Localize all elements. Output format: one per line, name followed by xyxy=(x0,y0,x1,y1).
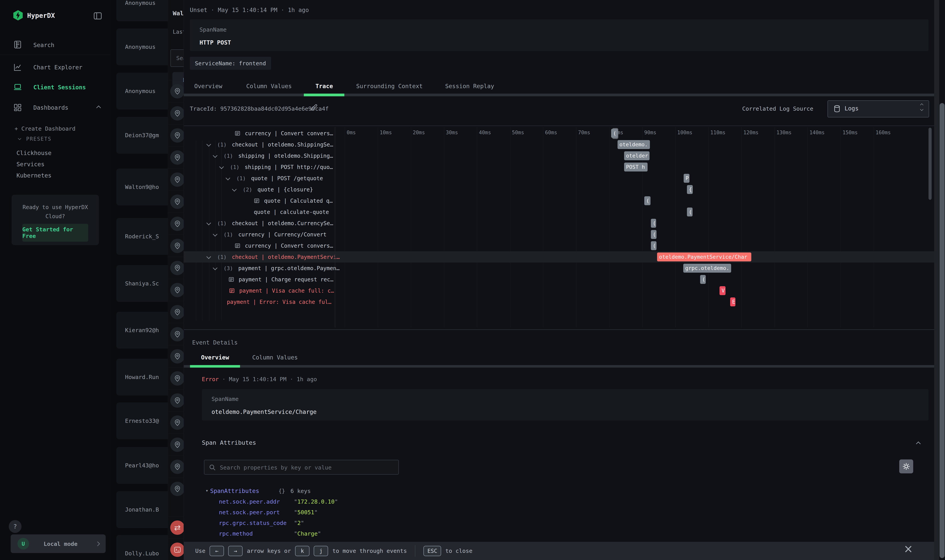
preset-services[interactable]: Services xyxy=(17,161,45,168)
sidebar-item-dashboards[interactable]: Dashboards xyxy=(33,104,68,111)
attributes-settings-button[interactable] xyxy=(899,459,913,473)
location-pin-icon[interactable] xyxy=(170,327,184,342)
location-pin-icon[interactable] xyxy=(170,371,184,386)
session-search-input[interactable]: Sea xyxy=(170,49,184,67)
span-bar[interactable]: ( xyxy=(700,275,706,284)
trace-row[interactable]: (1)checkout | oteldemo.ShippingSe…otelde… xyxy=(184,139,934,150)
service-name-chip[interactable]: ServiceName: frontend xyxy=(190,57,271,70)
location-pin-icon[interactable] xyxy=(170,482,184,496)
attribute-value[interactable]: "50051" xyxy=(294,509,318,515)
location-pin-icon[interactable] xyxy=(170,84,184,98)
session-card[interactable]: Roderick_S xyxy=(116,218,169,255)
location-pin-icon[interactable] xyxy=(170,349,184,363)
tab-overview[interactable]: Overview xyxy=(194,83,222,89)
attributes-root-row[interactable]: ▾ SpanAttributes {} 6 keys xyxy=(205,488,311,494)
attribute-key[interactable]: net.sock.peer.addr xyxy=(219,498,280,505)
span-bar[interactable]: oteldemo.PaymentService/Char xyxy=(657,252,751,262)
trace-row[interactable]: (2)quote | {closure}{ xyxy=(184,184,934,195)
sidebar-item-search[interactable]: Search xyxy=(33,42,54,48)
row-expand-icon[interactable] xyxy=(225,175,230,180)
session-card[interactable]: Howard.Run xyxy=(116,358,169,395)
session-card[interactable]: Pearl43@ho xyxy=(116,447,169,484)
trace-row[interactable]: payment | Visa cache full: c…V xyxy=(184,285,934,296)
trace-row[interactable]: payment | Charge request rec…( xyxy=(184,274,934,285)
tab-surrounding-context[interactable]: Surrounding Context xyxy=(356,83,423,89)
session-card[interactable]: Dolly.Lubo xyxy=(116,535,169,560)
location-pin-icon[interactable] xyxy=(170,239,184,253)
scrollbar-thumb[interactable] xyxy=(940,103,945,558)
location-pin-icon[interactable] xyxy=(170,150,184,165)
location-pin-icon[interactable] xyxy=(170,415,184,430)
create-dashboard-button[interactable]: + Create Dashboard xyxy=(15,125,76,132)
tab-column-values[interactable]: Column Values xyxy=(246,83,292,89)
span-bar[interactable]: V xyxy=(720,286,726,295)
row-expand-icon[interactable] xyxy=(213,232,217,236)
location-pin-icon[interactable] xyxy=(170,283,184,297)
dashboards-collapse-icon[interactable] xyxy=(96,105,101,110)
tab-trace[interactable]: Trace xyxy=(316,83,333,89)
trace-row[interactable]: quote | Calculated q…( xyxy=(184,195,934,206)
span-bar[interactable]: { xyxy=(687,185,693,194)
span-bar[interactable]: oteldemo. xyxy=(618,140,650,149)
trace-row[interactable]: quote | calculate-quote( xyxy=(184,206,934,218)
close-icon[interactable]: × xyxy=(903,542,913,555)
waterfall-scrollbar-thumb[interactable] xyxy=(928,128,932,200)
attribute-value[interactable]: "172.28.0.10" xyxy=(294,498,338,505)
trace-row[interactable]: currency | Convert convers…( xyxy=(184,240,934,251)
row-expand-icon[interactable] xyxy=(206,220,211,225)
edit-trace-id-icon[interactable] xyxy=(310,103,318,112)
terminal-icon[interactable] xyxy=(170,543,184,557)
trace-row[interactable]: (1)checkout | oteldemo.PaymentServi…otel… xyxy=(184,251,934,263)
span-bar[interactable]: E xyxy=(730,297,735,306)
location-pin-icon[interactable] xyxy=(170,106,184,120)
location-pin-icon[interactable] xyxy=(170,128,184,143)
session-card[interactable]: Deion37@gm xyxy=(116,117,169,154)
attribute-value[interactable]: "Charge" xyxy=(294,530,321,537)
preset-kubernetes[interactable]: Kubernetes xyxy=(17,172,52,179)
span-bar[interactable]: ( xyxy=(611,129,618,138)
span-bar[interactable]: ( xyxy=(687,208,692,217)
span-bar[interactable]: otelder xyxy=(624,151,649,160)
location-pin-icon[interactable] xyxy=(170,195,184,209)
span-bar[interactable]: ( xyxy=(651,219,656,228)
session-card[interactable]: Anonymous xyxy=(116,0,169,21)
correlated-log-source-select[interactable]: Logs xyxy=(828,100,929,117)
span-bar[interactable]: ( xyxy=(651,241,657,250)
row-expand-icon[interactable] xyxy=(213,153,217,158)
session-card[interactable]: Shaniya.Sc xyxy=(116,265,169,302)
session-card[interactable]: Kieran92@h xyxy=(116,312,169,349)
attribute-key[interactable]: rpc.method xyxy=(219,530,253,537)
event-tab-overview[interactable]: Overview xyxy=(201,354,229,361)
location-pin-icon[interactable] xyxy=(170,261,184,275)
span-bar[interactable]: grpc.oteldemo. xyxy=(683,264,731,272)
session-card[interactable]: Ernesto33@ xyxy=(116,403,169,439)
location-pin-icon[interactable] xyxy=(170,305,184,319)
row-expand-icon[interactable] xyxy=(232,187,237,191)
presets-collapse-icon[interactable] xyxy=(18,137,21,140)
location-pin-icon[interactable] xyxy=(170,437,184,452)
session-card[interactable]: Walton9@ho xyxy=(116,169,169,205)
span-bar[interactable]: P xyxy=(684,174,690,183)
help-button[interactable]: ? xyxy=(9,520,22,533)
get-started-button[interactable]: Get Started for Free xyxy=(22,224,88,242)
span-bar[interactable]: POST h xyxy=(624,163,647,171)
location-pin-icon[interactable] xyxy=(170,393,184,408)
swap-arrows-icon[interactable]: ⇄ xyxy=(170,520,184,535)
trace-row[interactable]: (1)quote | POST /getquoteP xyxy=(184,173,934,184)
row-expand-icon[interactable] xyxy=(206,254,211,259)
trace-row[interactable]: (1)currency | Currency/Convert( xyxy=(184,229,934,240)
span-attributes-collapse-icon[interactable] xyxy=(916,442,920,446)
sidebar-item-client-sessions[interactable]: Client Sessions xyxy=(33,84,86,91)
collapse-sidebar-icon[interactable] xyxy=(92,11,103,21)
trace-row[interactable]: (1)shipping | oteldemo.Shipping…otelder xyxy=(184,150,934,162)
local-mode-button[interactable]: U Local mode xyxy=(11,534,106,553)
span-bar[interactable]: ( xyxy=(651,230,657,239)
span-bar[interactable]: ( xyxy=(644,196,651,205)
session-card[interactable]: Jonathan.B xyxy=(116,491,169,528)
attribute-value[interactable]: "2" xyxy=(294,520,304,526)
trace-row[interactable]: (1)checkout | oteldemo.CurrencySe…( xyxy=(184,218,934,229)
trace-row[interactable]: payment | Error: Visa cache ful…E xyxy=(184,296,934,308)
location-pin-icon[interactable] xyxy=(170,460,184,474)
attributes-search-input[interactable]: Search properties by key or value xyxy=(204,460,399,475)
row-expand-icon[interactable] xyxy=(213,265,217,270)
